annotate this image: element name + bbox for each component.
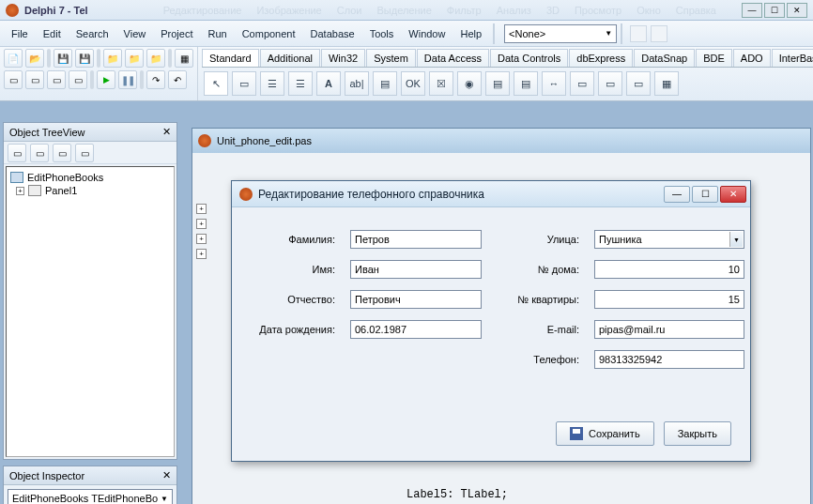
tab-interbase[interactable]: InterBase <box>772 49 813 67</box>
step-button[interactable]: ↶ <box>168 70 187 89</box>
birthdate-field[interactable]: 06.02.1987 <box>350 320 482 339</box>
checkbox-icon[interactable]: ☒ <box>429 71 453 96</box>
tab-dbexpress[interactable]: dbExpress <box>569 49 633 67</box>
project-combo[interactable]: <None> ▼ <box>504 24 617 43</box>
pause-button[interactable]: ❚❚ <box>118 70 137 89</box>
menu-view[interactable]: View <box>116 24 154 43</box>
dialog-maximize-button[interactable]: ☐ <box>692 186 718 203</box>
open-project-button[interactable]: 📁 <box>103 49 122 68</box>
frames-icon[interactable]: ▭ <box>232 71 256 96</box>
radiogroup-icon[interactable]: ▭ <box>598 71 622 96</box>
tree-tool-2[interactable]: ▭ <box>30 144 49 162</box>
scrollbar-icon[interactable]: ↔ <box>542 71 566 96</box>
inspector-close-icon[interactable]: ✕ <box>162 469 171 481</box>
dialog-titlebar[interactable]: Редактирование телефонного справочника —… <box>232 181 750 207</box>
trace-button[interactable]: ↷ <box>146 70 165 89</box>
tab-win32[interactable]: Win32 <box>321 49 365 67</box>
memo-icon[interactable]: ▤ <box>373 71 397 96</box>
inspector-combo[interactable]: EditPhoneBooks TEditPhoneBo ▼ <box>8 489 173 504</box>
tree-node-panel[interactable]: + Panel1 <box>10 184 170 197</box>
email-field[interactable]: pipas@mail.ru <box>594 320 744 339</box>
patronymic-field[interactable]: Петрович <box>350 290 482 309</box>
fold-icon[interactable]: + <box>196 204 207 214</box>
fold-icon[interactable]: + <box>196 219 207 229</box>
remove-file-button[interactable]: 📁 <box>146 49 165 68</box>
label-icon[interactable]: A <box>316 71 341 96</box>
phone-field[interactable]: 98313325942 <box>594 350 744 369</box>
name-field[interactable]: Иван <box>350 260 482 279</box>
saveall-button[interactable]: 💾 <box>75 49 94 68</box>
tab-dataaccess[interactable]: Data Access <box>417 49 489 67</box>
close-button[interactable]: Закрыть <box>664 421 731 446</box>
chevron-down-icon: ▼ <box>605 29 612 38</box>
misc-button[interactable]: ▦ <box>175 49 193 68</box>
view-form-button[interactable]: ▭ <box>4 70 23 89</box>
menu-edit[interactable]: Edit <box>36 24 69 43</box>
fold-icon[interactable]: + <box>196 249 207 259</box>
run-button[interactable]: ▶ <box>97 70 115 89</box>
close-button[interactable]: ✕ <box>787 3 807 18</box>
app-title: Delphi 7 - Tel <box>24 5 88 16</box>
maximize-button[interactable]: ☐ <box>764 3 785 18</box>
tab-ado[interactable]: ADO <box>733 49 771 67</box>
toggle-button[interactable]: ▭ <box>47 70 66 89</box>
treeview-close-icon[interactable]: ✕ <box>162 126 171 138</box>
editor-titlebar[interactable]: Unit_phone_edit.pas <box>192 129 810 153</box>
popupmenu-icon[interactable]: ☰ <box>288 71 313 96</box>
menu-search[interactable]: Search <box>69 24 116 43</box>
tree-tool-4[interactable]: ▭ <box>75 144 94 162</box>
view-unit-button[interactable]: ▭ <box>25 70 44 89</box>
menu-help[interactable]: Help <box>453 24 489 43</box>
street-combo[interactable]: Пушника▼ <box>594 230 744 249</box>
combobox-icon[interactable]: ▤ <box>514 71 538 96</box>
minimize-button[interactable]: — <box>742 3 762 18</box>
menu-database[interactable]: Database <box>303 24 362 43</box>
label-street: Улица: <box>497 234 579 245</box>
tree-tool-3[interactable]: ▭ <box>53 144 71 162</box>
save-button[interactable]: Сохранить <box>556 421 654 446</box>
tab-additional[interactable]: Additional <box>260 49 320 67</box>
tree-node-root[interactable]: EditPhoneBooks <box>10 171 170 184</box>
edit-icon[interactable]: ab| <box>345 71 369 96</box>
toolbar-icon-a[interactable] <box>630 25 647 42</box>
open-button[interactable]: 📂 <box>25 49 44 68</box>
groupbox-icon[interactable]: ▭ <box>570 71 594 96</box>
button-icon[interactable]: OK <box>401 71 425 96</box>
code-area[interactable]: Label5: TLabel; Label6: TLabel; cbUlisa:… <box>406 487 589 504</box>
mainmenu-icon[interactable]: ☰ <box>260 71 284 96</box>
panel-icon[interactable]: ▭ <box>626 71 651 96</box>
apt-field[interactable]: 15 <box>594 290 744 309</box>
new-form-button[interactable]: ▭ <box>69 70 87 89</box>
save-button[interactable]: 💾 <box>54 49 72 68</box>
treeview-body[interactable]: EditPhoneBooks + Panel1 <box>6 166 175 457</box>
expand-icon[interactable]: + <box>16 187 24 195</box>
tab-system[interactable]: System <box>366 49 416 67</box>
tree-tool-1[interactable]: ▭ <box>8 144 26 162</box>
toolbar-icon-b[interactable] <box>651 25 667 42</box>
dialog-minimize-button[interactable]: — <box>664 186 690 203</box>
divider-bar3 <box>168 49 172 68</box>
toolbars: 📄 📂 💾 💾 📁 📁 📁 ▦ ▭ ▭ ▭ ▭ ▶ ❚❚ ↷ ↶ Sta <box>0 47 813 101</box>
fold-icon[interactable]: + <box>196 234 207 244</box>
phonebook-dialog: Редактирование телефонного справочника —… <box>231 180 751 462</box>
house-field[interactable]: 10 <box>594 260 744 279</box>
menu-tools[interactable]: Tools <box>362 24 402 43</box>
menu-project[interactable]: Project <box>153 24 200 43</box>
listbox-icon[interactable]: ▤ <box>485 71 510 96</box>
new-button[interactable]: 📄 <box>4 49 23 68</box>
tab-bde[interactable]: BDE <box>696 49 732 67</box>
tab-standard[interactable]: Standard <box>202 49 259 67</box>
arrow-tool-icon[interactable]: ↖ <box>204 71 228 96</box>
tab-datasnap[interactable]: DataSnap <box>634 49 695 67</box>
surname-field[interactable]: Петров <box>350 230 482 249</box>
tab-datacontrols[interactable]: Data Controls <box>490 49 568 67</box>
menu-window[interactable]: Window <box>401 24 453 43</box>
menu-component[interactable]: Component <box>235 24 303 43</box>
radiobutton-icon[interactable]: ◉ <box>457 71 482 96</box>
menu-run[interactable]: Run <box>200 24 234 43</box>
actionlist-icon[interactable]: ▦ <box>654 71 679 96</box>
menu-file[interactable]: File <box>4 24 36 43</box>
dialog-close-button[interactable]: ✕ <box>720 186 746 203</box>
add-file-button[interactable]: 📁 <box>125 49 144 68</box>
workspace: Object TreeView ✕ ▭ ▭ ▭ ▭ EditPhoneBooks… <box>0 101 813 504</box>
